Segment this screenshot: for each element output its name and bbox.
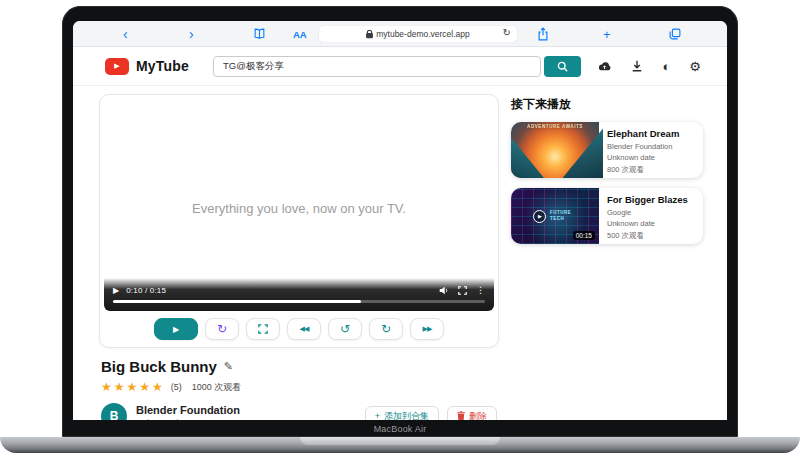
channel-row: B Blender Foundation Unknown date + 添加到合… — [101, 403, 497, 420]
up-next-title: For Bigger Blazes — [607, 194, 688, 205]
rating-row: ★★★★★ (5) 1000 次观看 — [101, 380, 497, 394]
up-next-date: Unknown date — [607, 153, 679, 162]
delete-label: 删除 — [469, 410, 487, 421]
search-icon — [557, 61, 568, 72]
loop-icon: ↻ — [217, 322, 227, 336]
header-icon-group: ◐ ⚙ — [597, 60, 701, 73]
up-next-sidebar: 接下来播放 ADVENTURE AWAITS 10:53 Elephant Dr… — [511, 94, 703, 420]
laptop-base — [0, 437, 800, 453]
fullscreen-button[interactable] — [246, 318, 280, 340]
video-surface[interactable]: Everything you love, now on your TV. ▶ 0… — [104, 99, 494, 311]
native-more-menu-icon[interactable]: ⋮ — [476, 285, 485, 295]
fullscreen-icon — [258, 324, 268, 334]
browser-back-button[interactable]: ‹ — [123, 26, 128, 42]
edit-title-icon[interactable]: ✎ — [224, 360, 233, 373]
cloud-upload-icon[interactable] — [597, 61, 612, 72]
video-title-row: Big Buck Bunny ✎ — [101, 358, 497, 375]
search-button[interactable] — [544, 56, 581, 77]
video-poster-text: Everything you love, now on your TV. — [104, 201, 494, 216]
fast-forward-button[interactable]: ▶▶ — [410, 318, 444, 340]
progress-bar[interactable] — [113, 300, 485, 303]
replay-back-icon: ↺ — [340, 322, 350, 336]
app-header: ▶ MyTube ◐ — [73, 47, 727, 86]
watch-column: Everything you love, now on your TV. ▶ 0… — [99, 94, 499, 420]
up-next-title: Elephant Dream — [607, 128, 679, 139]
delete-button[interactable]: 删除 — [447, 406, 497, 420]
duration-badge: 00:15 — [573, 231, 595, 240]
thumbnail-play-icon: ▶ — [533, 210, 546, 223]
reload-button[interactable]: ↻ — [503, 26, 511, 37]
settings-gear-icon[interactable]: ⚙ — [689, 60, 701, 73]
channel-avatar[interactable]: B — [101, 403, 127, 420]
volume-icon[interactable] — [439, 286, 449, 295]
device-label: MacBook Air — [63, 424, 737, 434]
fast-forward-icon: ▶▶ — [423, 325, 432, 333]
up-next-item[interactable]: ▶ FUTURE TECH 00:15 For Bigger Blazes Go… — [511, 188, 703, 244]
add-to-collection-label: 添加到合集 — [384, 410, 429, 421]
search-bar — [213, 56, 581, 77]
channel-name[interactable]: Blender Foundation — [136, 404, 240, 416]
playback-time: 0:10 / 0:15 — [126, 286, 166, 295]
laptop-screen-bezel: ‹ › AA mytube-demo.vercel.app ↻ + — [62, 6, 738, 437]
duration-badge: 10:53 — [573, 165, 595, 174]
url-text: mytube-demo.vercel.app — [376, 29, 470, 39]
search-input[interactable] — [213, 56, 541, 77]
thumbnail-caption: FUTURE TECH — [550, 210, 577, 222]
skip-ahead-button[interactable]: ↻ — [369, 318, 403, 340]
trash-icon — [457, 411, 465, 420]
address-bar[interactable]: mytube-demo.vercel.app ↻ — [319, 25, 517, 42]
up-next-heading: 接下来播放 — [511, 96, 703, 113]
bookmarks-sidebar-icon[interactable] — [253, 27, 266, 40]
replay-back-button[interactable]: ↺ — [328, 318, 362, 340]
video-thumbnail: ADVENTURE AWAITS 10:53 — [511, 122, 599, 178]
tab-overview-button[interactable] — [669, 28, 681, 40]
up-next-channel: Google — [607, 208, 688, 217]
lock-icon — [366, 29, 373, 38]
skip-ahead-icon: ↻ — [381, 322, 391, 336]
video-actions: + 添加到合集 删除 — [365, 406, 497, 420]
star-rating[interactable]: ★★★★★ — [101, 380, 165, 394]
play-button[interactable]: ▶ — [154, 318, 198, 340]
macbook-mockup: ‹ › AA mytube-demo.vercel.app ↻ + — [0, 0, 800, 459]
reader-text-size-button[interactable]: AA — [293, 28, 307, 39]
up-next-date: Unknown date — [607, 219, 688, 228]
browser-forward-button[interactable]: › — [189, 26, 194, 42]
add-to-collection-button[interactable]: + 添加到合集 — [365, 406, 439, 420]
share-button[interactable] — [537, 27, 549, 41]
browser-toolbar: ‹ › AA mytube-demo.vercel.app ↻ + — [73, 21, 727, 47]
native-video-controls: ▶ 0:10 / 0:15 — [104, 278, 494, 311]
download-icon[interactable] — [631, 60, 643, 72]
video-player-card: Everything you love, now on your TV. ▶ 0… — [99, 94, 499, 348]
laptop-base-notch — [300, 437, 500, 445]
mytube-logo-icon[interactable]: ▶ — [105, 58, 129, 75]
rating-count: (5) — [171, 382, 182, 392]
upload-date: Unknown date — [136, 418, 240, 420]
app-brand-title[interactable]: MyTube — [136, 58, 189, 74]
theme-toggle-icon[interactable]: ◐ — [662, 60, 670, 73]
plus-icon: + — [375, 411, 380, 420]
native-fullscreen-icon[interactable] — [458, 286, 467, 295]
custom-player-controls: ▶ ↻ ◀◀ ↺ ↻ ▶▶ — [104, 311, 494, 345]
main-content: Everything you love, now on your TV. ▶ 0… — [73, 86, 727, 420]
loop-button[interactable]: ↻ — [205, 318, 239, 340]
play-icon: ▶ — [173, 325, 179, 334]
up-next-views: 500 次观看 — [607, 231, 688, 241]
browser-window: ‹ › AA mytube-demo.vercel.app ↻ + — [73, 21, 727, 420]
native-play-icon[interactable]: ▶ — [113, 286, 119, 295]
up-next-channel: Blender Foundation — [607, 142, 679, 151]
rewind-button[interactable]: ◀◀ — [287, 318, 321, 340]
rewind-icon: ◀◀ — [300, 325, 309, 333]
new-tab-button[interactable]: + — [603, 26, 611, 41]
video-thumbnail: ▶ FUTURE TECH 00:15 — [511, 188, 599, 244]
thumbnail-caption: ADVENTURE AWAITS — [511, 124, 599, 129]
view-count: 1000 次观看 — [192, 381, 242, 394]
progress-fill — [113, 300, 361, 303]
up-next-views: 800 次观看 — [607, 165, 679, 175]
video-title: Big Buck Bunny — [101, 358, 217, 375]
up-next-item[interactable]: ADVENTURE AWAITS 10:53 Elephant Dream Bl… — [511, 122, 703, 178]
